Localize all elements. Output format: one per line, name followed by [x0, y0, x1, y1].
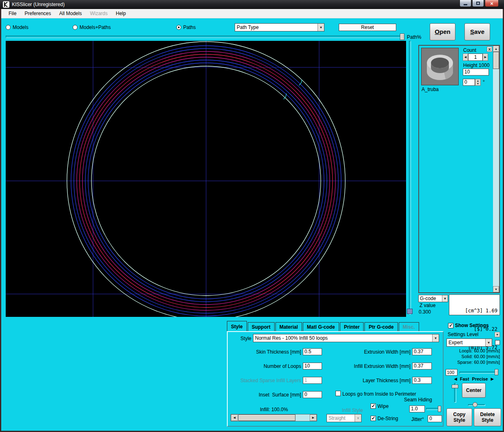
scroll-down-button[interactable]: ▼: [493, 286, 499, 292]
height-input[interactable]: 10: [463, 69, 489, 76]
style-dropdown[interactable]: Normal Res - 100% Infill 50 loops ▼: [253, 334, 439, 342]
settings-level-collapse-icon[interactable]: ▼: [495, 332, 500, 337]
gcode-dropdown[interactable]: G-code ▼: [418, 295, 448, 302]
jitter-input[interactable]: 0: [428, 415, 442, 422]
radio-models[interactable]: Models: [6, 24, 29, 30]
destring-checkbox[interactable]: [371, 416, 376, 421]
models-panel-close-button[interactable]: X: [487, 47, 492, 52]
show-settings-checkbox[interactable]: [448, 323, 453, 328]
arrow-left-icon[interactable]: ◀: [454, 377, 457, 381]
path-percent-slider-thumb[interactable]: [400, 33, 404, 40]
copy-style-line2: Style: [453, 417, 465, 423]
detail-vertical-slider-thumb[interactable]: [452, 385, 458, 388]
fast-label: Fast: [460, 376, 469, 381]
tab-printer[interactable]: Printer: [340, 322, 364, 332]
style-label: Style: [231, 336, 251, 341]
path-type-dropdown[interactable]: Path Type ▼: [235, 23, 324, 31]
viewport-zoom-thumb[interactable]: [407, 309, 413, 314]
title-bar[interactable]: KISSlicer (Unregistered) ×: [0, 0, 504, 9]
window-frame-left: [0, 9, 1, 432]
radio-paths[interactable]: Paths: [176, 24, 196, 30]
open-label: Open: [435, 29, 450, 35]
infill-scroll-right[interactable]: ▶: [310, 414, 317, 421]
save-button[interactable]: Save: [464, 23, 490, 40]
stats-box: [cm^3] 1.69 [$] 0.22 [min] 5.72: [449, 294, 500, 315]
menu-item-help[interactable]: Help: [112, 9, 130, 18]
model-thumbnail[interactable]: [421, 48, 459, 85]
layer-thickness-input[interactable]: 0.3: [412, 377, 432, 384]
fast-precise-slider[interactable]: ◀ Fast Precise ▶: [454, 376, 500, 381]
minimize-button[interactable]: [460, 0, 471, 7]
kisslicer-window: KISSlicer (Unregistered) × File Preferen…: [0, 0, 504, 432]
seam-hiding-slider-thumb[interactable]: [438, 406, 441, 412]
extrusion-width-input[interactable]: 0.37: [412, 348, 432, 355]
mini-horizontal-slider-thumb[interactable]: [473, 402, 477, 407]
count-decrement[interactable]: ◀: [463, 53, 468, 61]
arrow-right-icon[interactable]: ▶: [491, 377, 494, 381]
inset-surface-input[interactable]: 0: [303, 391, 322, 398]
close-button[interactable]: ×: [485, 0, 499, 7]
path-type-value: Path Type: [235, 24, 317, 31]
number-of-loops-label: Number of Loops: [232, 363, 301, 369]
speed-value[interactable]: 100: [446, 369, 457, 376]
infill-extrusion-width-input[interactable]: 0.37: [412, 363, 432, 370]
tab-support[interactable]: Support: [248, 322, 275, 332]
infill-style-label: Infill Style: [342, 408, 363, 413]
tab-ptr-gcode[interactable]: Ptr G-code: [364, 322, 397, 332]
path-percent-slider[interactable]: [6, 36, 402, 38]
scroll-up-button[interactable]: ▲: [493, 46, 499, 52]
settings-level-value: Expert: [447, 339, 485, 346]
center-button[interactable]: Center: [462, 383, 486, 398]
spinner-up-icon[interactable]: ▲: [477, 80, 479, 82]
chevron-down-icon[interactable]: ▼: [432, 334, 439, 342]
tab-style[interactable]: Style: [227, 321, 247, 332]
stat-volume: [cm^3] 1.69: [451, 308, 497, 314]
speed-slider-thumb[interactable]: [495, 369, 498, 375]
chevron-down-icon[interactable]: ▼: [442, 295, 448, 302]
radio-models-paths[interactable]: Models+Paths: [73, 24, 111, 30]
maximize-button[interactable]: [472, 0, 484, 7]
copy-style-button[interactable]: Copy Style: [446, 408, 472, 426]
extrusion-width-label: Extrusion Width [mm]: [341, 349, 411, 355]
rotation-input[interactable]: 0: [463, 79, 475, 86]
infill-scroll-thumb[interactable]: [238, 414, 295, 421]
radio-models-circle: [6, 25, 11, 30]
settings-level-dropdown[interactable]: Expert ▼: [446, 338, 492, 347]
count-increment[interactable]: ▶: [483, 53, 488, 61]
reset-button[interactable]: Reset: [339, 24, 396, 31]
loops-inside-checkbox[interactable]: [335, 391, 341, 396]
menu-item-all-models[interactable]: All Models: [55, 9, 86, 18]
app-icon: [3, 1, 9, 8]
chevron-down-icon[interactable]: ▼: [485, 339, 492, 346]
tab-material[interactable]: Material: [275, 322, 302, 332]
path-percent-label: Path%: [407, 34, 421, 40]
settings-level-label: Settings Level: [448, 332, 478, 337]
radio-models-paths-label: Models+Paths: [80, 24, 111, 30]
skin-thickness-input[interactable]: 0.5: [303, 348, 322, 355]
chevron-down-icon[interactable]: ▼: [317, 24, 324, 31]
models-scrollbar[interactable]: ▲ ▼: [493, 46, 499, 292]
speed-loops: Loops: 60.00 [mm/s]: [447, 348, 500, 354]
seam-hiding-value[interactable]: 1.0: [409, 405, 425, 412]
scroll-thumb[interactable]: [493, 52, 499, 69]
tab-matl-gcode[interactable]: Matl G-code: [303, 322, 339, 332]
number-of-loops-input[interactable]: 10: [303, 363, 322, 370]
viewport-zoom-slider[interactable]: [409, 41, 411, 314]
menu-item-preferences[interactable]: Preferences: [20, 9, 55, 18]
infill-scrollbar[interactable]: ◀ ▶: [231, 414, 317, 421]
speed-readout: Loops: 60.00 [mm/s] Solid: 60.00 [mm/s] …: [447, 348, 500, 365]
spinner-down-icon[interactable]: ▼: [477, 82, 479, 85]
path-preview-viewport[interactable]: [6, 41, 406, 317]
rotation-spinner[interactable]: ▲▼: [475, 79, 481, 86]
speed-slider[interactable]: [460, 372, 498, 374]
infill-style-dropdown: Straight ▼: [326, 414, 362, 422]
wipe-checkbox[interactable]: [371, 403, 376, 409]
settings-extra-checkbox[interactable]: [495, 340, 500, 345]
menu-item-file[interactable]: File: [4, 9, 20, 18]
open-button[interactable]: Open: [430, 23, 455, 40]
infill-scroll-left[interactable]: ◀: [231, 414, 238, 421]
model-name[interactable]: A_truba: [422, 87, 439, 92]
count-value[interactable]: 1: [468, 53, 483, 61]
delete-style-button[interactable]: Delete Style: [474, 408, 501, 426]
center-label: Center: [466, 387, 482, 393]
